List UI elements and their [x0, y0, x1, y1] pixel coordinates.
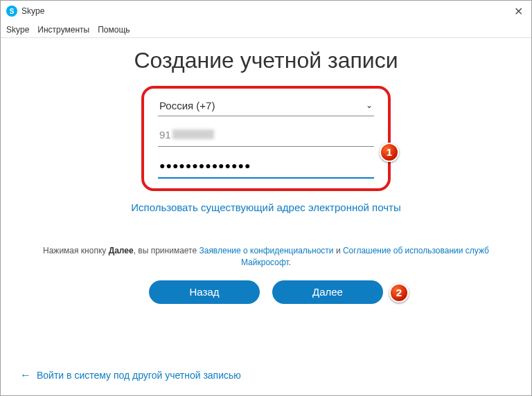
menu-skype[interactable]: Skype [6, 25, 29, 35]
menu-help[interactable]: Помощь [98, 25, 130, 35]
phone-obscured [172, 129, 214, 139]
country-label: Россия (+7) [159, 100, 215, 111]
annotation-badge-1: 1 [380, 143, 399, 162]
page-title: Создание учетной записи [42, 48, 490, 73]
sign-in-other-account-link[interactable]: ← Войти в систему под другой учетной зап… [20, 369, 241, 381]
button-row: Назад Далее 2 [127, 280, 405, 304]
titlebar: S Skype ✕ [1, 1, 531, 21]
next-button[interactable]: Далее [272, 280, 383, 304]
footer-link-text: Войти в систему под другой учетной запис… [37, 370, 241, 381]
chevron-down-icon: ⌄ [366, 100, 373, 110]
signup-form-highlight: Россия (+7) ⌄ 91 ●●●●●●●●●●●●●● 1 [141, 86, 391, 191]
window-title: Skype [21, 6, 44, 16]
menubar: Skype Инструменты Помощь [1, 21, 531, 38]
arrow-left-icon: ← [20, 369, 31, 381]
close-icon[interactable]: ✕ [511, 5, 526, 18]
phone-prefix: 91 [159, 129, 171, 141]
use-existing-email-link[interactable]: Использовать существующий адрес электрон… [42, 201, 490, 215]
annotation-badge-2: 2 [389, 283, 409, 303]
country-select[interactable]: Россия (+7) ⌄ [158, 96, 374, 116]
skype-icon: S [6, 6, 17, 17]
password-dots: ●●●●●●●●●●●●●● [159, 160, 251, 171]
back-button[interactable]: Назад [149, 280, 260, 304]
privacy-link[interactable]: Заявление о конфиденциальности [199, 246, 333, 255]
password-input[interactable]: ●●●●●●●●●●●●●● [158, 147, 374, 179]
content: Создание учетной записи Россия (+7) ⌄ 91… [1, 38, 531, 304]
terms-text: Нажимая кнопку Далее, вы принимаете Заяв… [42, 245, 490, 269]
phone-input[interactable]: 91 [158, 116, 374, 147]
app-window: S Skype ✕ Skype Инструменты Помощь Созда… [0, 0, 532, 396]
menu-tools[interactable]: Инструменты [37, 25, 89, 35]
